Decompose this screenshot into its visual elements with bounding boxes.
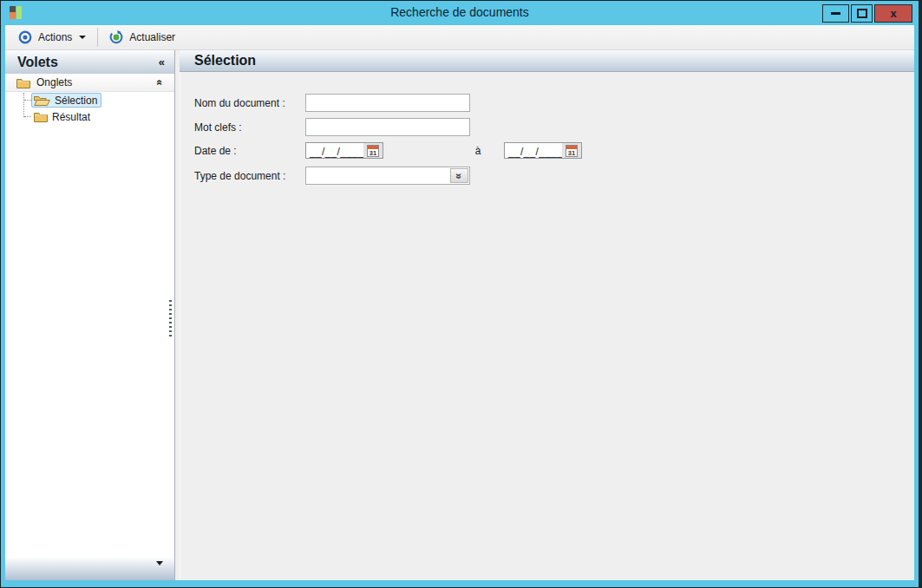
app-window: Recherche de documents x Actions	[0, 0, 922, 588]
main-panel: Sélection Nom du document : Mot clefs : …	[180, 50, 914, 580]
sidebar-header: Volets «	[5, 50, 174, 74]
form-row-date: Date de : __/__/____ 31 à _	[194, 142, 914, 159]
minimize-icon	[831, 12, 840, 15]
toolbar: Actions Actualiser	[5, 25, 914, 50]
date-to-calendar-button[interactable]: 31	[562, 143, 581, 158]
main-header: Sélection	[180, 50, 914, 72]
form-row-name: Nom du document :	[194, 94, 914, 112]
date-to-input[interactable]: __/__/____ 31	[504, 142, 582, 159]
refresh-label: Actualiser	[129, 31, 175, 43]
chevron-up-double-icon: «	[154, 80, 167, 86]
titlebar: Recherche de documents x	[1, 1, 919, 24]
actions-label: Actions	[38, 31, 72, 43]
svg-text:31: 31	[369, 148, 376, 156]
page-title: Sélection	[194, 53, 256, 69]
date-from-calendar-button[interactable]: 31	[363, 143, 383, 158]
panel-splitter[interactable]	[174, 50, 180, 580]
folder-open-icon	[34, 95, 50, 106]
tree-item-label: Sélection	[55, 95, 97, 106]
name-field-label: Nom du document :	[194, 97, 305, 109]
search-form: Nom du document : Mot clefs : Date de : …	[180, 72, 914, 580]
sidebar-panel: Volets « Onglets «	[5, 50, 174, 580]
close-icon: x	[890, 8, 896, 19]
scroll-down-button[interactable]	[153, 564, 167, 583]
maximize-icon	[857, 9, 867, 18]
form-row-type: Type de document : »	[194, 167, 914, 185]
minimize-button[interactable]	[822, 4, 849, 23]
tree-items: Sélection Résultat	[5, 92, 174, 125]
collapse-group-button[interactable]: «	[155, 80, 166, 86]
date-to-label: à	[474, 145, 482, 157]
tree-item-label: Résultat	[52, 112, 90, 122]
folder-icon	[34, 111, 48, 122]
actions-dropdown-caret-icon	[79, 36, 86, 39]
keywords-field-label: Mot clefs :	[194, 121, 305, 134]
tree-group-onglets[interactable]: Onglets «	[5, 74, 174, 92]
sidebar-bottom-bar	[5, 557, 174, 580]
maximize-button[interactable]	[851, 4, 873, 23]
toolbar-separator	[97, 28, 98, 47]
name-field-input[interactable]	[305, 94, 470, 112]
actions-bullseye-icon	[18, 30, 32, 44]
form-row-keywords: Mot clefs :	[194, 118, 914, 136]
sidebar-title: Volets	[17, 55, 58, 70]
sidebar-tree: Onglets «	[5, 74, 174, 557]
date-to-mask: __/__/____	[505, 143, 562, 158]
tree-group-label: Onglets	[36, 76, 157, 88]
chevron-down-double-icon: »	[454, 173, 466, 179]
type-field-dropdown-button[interactable]: »	[450, 168, 468, 183]
refresh-icon	[109, 30, 123, 44]
calendar-icon: 31	[566, 145, 578, 157]
window-controls: x	[822, 4, 912, 23]
tree-item-resultat[interactable]: Résultat	[5, 108, 174, 125]
date-from-mask: __/__/____	[306, 143, 363, 158]
tree-item-selection-node[interactable]: Sélection	[31, 93, 101, 108]
folder-icon	[16, 77, 30, 88]
window-title: Recherche de documents	[1, 5, 919, 19]
tree-item-resultat-node[interactable]: Résultat	[31, 109, 95, 124]
refresh-button[interactable]: Actualiser	[101, 27, 183, 48]
keywords-field-input[interactable]	[305, 118, 470, 136]
type-field-label: Type de document :	[194, 170, 305, 182]
type-field-select[interactable]: »	[305, 167, 470, 185]
calendar-icon: 31	[367, 145, 379, 157]
scroll-down-icon	[156, 561, 163, 580]
collapse-panel-button[interactable]: «	[159, 56, 165, 68]
close-button[interactable]: x	[874, 4, 912, 23]
date-from-input[interactable]: __/__/____ 31	[305, 142, 383, 159]
actions-button[interactable]: Actions	[10, 27, 94, 48]
window-body: Volets « Onglets «	[5, 50, 914, 580]
svg-text:31: 31	[568, 148, 575, 156]
splitter-grip[interactable]	[169, 300, 172, 338]
tree-item-selection[interactable]: Sélection	[5, 92, 174, 108]
date-field-label: Date de :	[194, 145, 305, 157]
chevron-left-double-icon: «	[159, 56, 165, 69]
